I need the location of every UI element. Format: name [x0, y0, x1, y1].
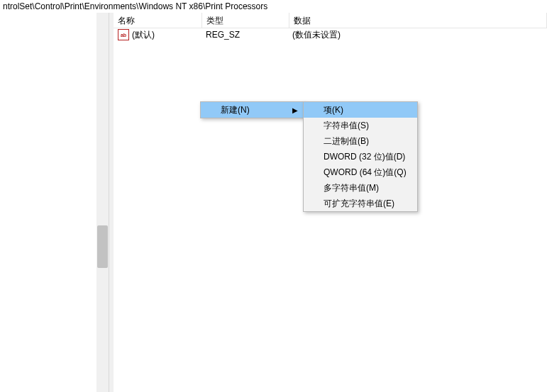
menu-item-new-string[interactable]: 字符串值(S) [304, 118, 417, 133]
menu-item-new-binary-label: 二进制值(B) [324, 135, 369, 147]
menu-item-new-expandstring-label: 可扩充字符串值(E) [324, 198, 394, 210]
menu-item-new-dword-label: DWORD (32 位)值(D) [324, 151, 405, 163]
registry-editor-window: ntrolSet\Control\Print\Environments\Wind… [0, 0, 547, 392]
submenu-arrow-icon: ▶ [292, 102, 298, 118]
menu-item-new-qword[interactable]: QWORD (64 位)值(Q) [304, 164, 417, 180]
string-value-icon: ab [118, 29, 129, 40]
value-name-cell: ab (默认) [114, 29, 201, 41]
menu-item-new-key-label: 项(K) [324, 104, 343, 116]
menu-item-new-label: 新建(N) [221, 104, 250, 116]
menu-item-new-multistring-label: 多字符串值(M) [324, 182, 379, 194]
value-row-default[interactable]: ab (默认) REG_SZ (数值未设置) [114, 28, 547, 41]
value-name-text: (默认) [132, 29, 155, 41]
column-header-type[interactable]: 类型 [202, 13, 289, 28]
menu-item-new-expandstring[interactable]: 可扩充字符串值(E) [304, 196, 417, 211]
value-type-cell: REG_SZ [201, 30, 288, 40]
column-header-data[interactable]: 数据 [289, 13, 547, 28]
tree-scrollbar-track[interactable] [96, 13, 109, 392]
address-bar-text: ntrolSet\Control\Print\Environments\Wind… [3, 1, 267, 11]
menu-item-new-multistring[interactable]: 多字符串值(M) [304, 180, 417, 196]
column-header-name[interactable]: 名称 [114, 13, 202, 28]
tree-scrollbar-thumb[interactable] [97, 225, 108, 268]
menu-item-new-string-label: 字符串值(S) [324, 120, 369, 132]
column-headers: 名称 类型 数据 [114, 13, 547, 28]
menu-item-new[interactable]: 新建(N) ▶ [201, 102, 304, 118]
tree-pane[interactable] [0, 13, 109, 392]
menu-item-new-dword[interactable]: DWORD (32 位)值(D) [304, 149, 417, 164]
value-data-cell: (数值未设置) [288, 29, 547, 41]
address-bar[interactable]: ntrolSet\Control\Print\Environments\Wind… [0, 0, 547, 13]
new-submenu[interactable]: 项(K) 字符串值(S) 二进制值(B) DWORD (32 位)值(D) QW… [303, 101, 418, 212]
context-menu[interactable]: 新建(N) ▶ [200, 101, 304, 118]
menu-item-new-qword-label: QWORD (64 位)值(Q) [324, 167, 407, 179]
menu-item-new-key[interactable]: 项(K) [304, 102, 417, 118]
menu-item-new-binary[interactable]: 二进制值(B) [304, 133, 417, 149]
